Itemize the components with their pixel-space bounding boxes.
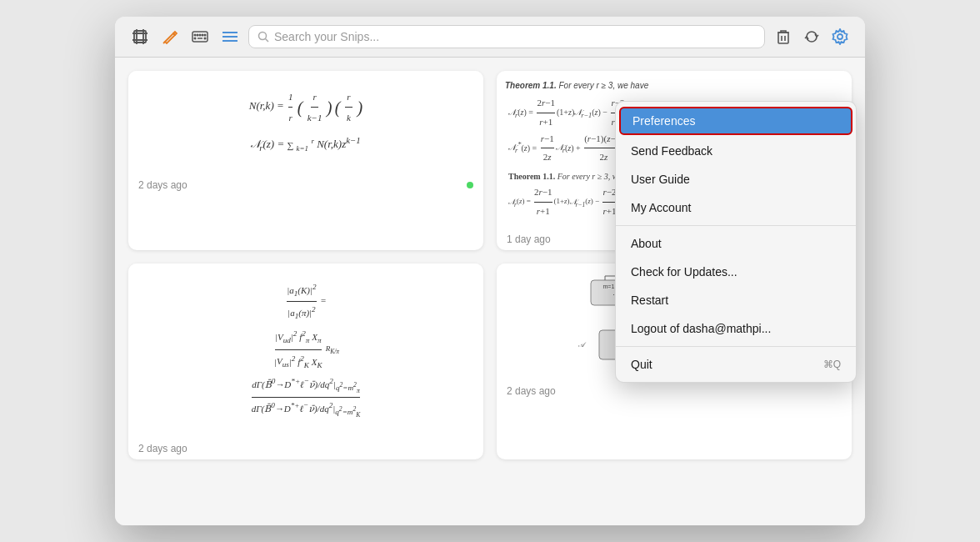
gear-icon[interactable] <box>828 25 852 48</box>
menu-label-check-updates: Check for Updates... <box>631 265 738 279</box>
menu-shortcut-quit: ⌘Q <box>823 359 841 370</box>
menu-label-user-guide: User Guide <box>631 173 690 186</box>
menu-item-logout[interactable]: Logout of dasha@mathpi... <box>616 314 856 343</box>
pen-icon[interactable] <box>158 25 182 48</box>
snip-age-1: 2 days ago <box>138 179 188 191</box>
crop-icon[interactable] <box>128 25 152 48</box>
svg-rect-6 <box>192 32 208 42</box>
menu-label-about: About <box>631 237 662 250</box>
lines-icon[interactable] <box>218 25 242 48</box>
snip-dot-1 <box>467 182 473 188</box>
svg-point-19 <box>259 33 267 40</box>
snip-meta-3: 2 days ago <box>128 438 483 459</box>
search-placeholder: Search your Snips... <box>274 30 379 43</box>
menu-separator-2 <box>616 346 856 347</box>
menu-label-my-account: My Account <box>631 201 691 214</box>
menu-separator-1 <box>616 225 856 226</box>
snip-card-3[interactable]: |a1(K)|2 |a1(π)|2 = |Vud|2 f2π Xπ |Vus|2… <box>128 263 483 459</box>
trash-icon[interactable] <box>772 25 795 48</box>
sync-icon[interactable] <box>800 25 823 48</box>
snip-card-1[interactable]: N(r,k) = 1 r ( r k−1 ) ( <box>128 71 483 250</box>
keyboard-icon[interactable] <box>188 25 212 48</box>
app-window: Search your Snips... <box>115 17 865 525</box>
svg-rect-21 <box>778 33 788 43</box>
snip-age-2: 1 day ago <box>507 233 551 245</box>
main-content: N(r,k) = 1 r ( r k−1 ) ( <box>115 58 865 525</box>
menu-label-restart: Restart <box>631 294 668 307</box>
menu-label-quit: Quit <box>631 358 652 371</box>
menu-item-my-account[interactable]: My Account <box>616 193 856 222</box>
menu-item-user-guide[interactable]: User Guide <box>616 165 856 193</box>
svg-point-8 <box>194 34 196 36</box>
menu-item-send-feedback[interactable]: Send Feedback <box>616 137 856 165</box>
menu-item-restart[interactable]: Restart <box>616 286 856 314</box>
svg-point-11 <box>202 34 203 36</box>
svg-point-12 <box>204 34 206 36</box>
menu-label-send-feedback: Send Feedback <box>631 144 712 158</box>
toolbar-right <box>772 25 852 48</box>
menu-item-check-updates[interactable]: Check for Updates... <box>616 258 856 286</box>
snip-age-4: 2 days ago <box>507 385 556 397</box>
snip-meta-4: 2 days ago <box>497 380 852 402</box>
toolbar: Search your Snips... <box>115 17 865 58</box>
menu-label-preferences: Preferences <box>632 114 695 128</box>
svg-point-24 <box>838 34 842 39</box>
snip-meta-1: 2 days ago <box>128 174 483 196</box>
menu-item-quit[interactable]: Quit ⌘Q <box>616 350 856 379</box>
menu-label-logout: Logout of dasha@mathpi... <box>631 322 771 335</box>
svg-text:𝒜: 𝒜 <box>578 341 587 349</box>
search-bar[interactable]: Search your Snips... <box>248 25 765 48</box>
svg-point-13 <box>194 38 196 39</box>
dropdown-menu: Preferences Send Feedback User Guide My … <box>615 101 857 383</box>
search-icon <box>258 31 269 43</box>
menu-item-preferences[interactable]: Preferences <box>619 107 852 135</box>
svg-point-15 <box>204 38 206 39</box>
snip-math-3: |a1(K)|2 |a1(π)|2 = |Vud|2 f2π Xπ |Vus|2… <box>128 263 483 438</box>
snip-math-1: N(r,k) = 1 r ( r k−1 ) ( <box>128 71 483 174</box>
svg-point-9 <box>197 34 198 36</box>
svg-line-5 <box>163 42 165 43</box>
snip-age-3: 2 days ago <box>138 443 188 454</box>
svg-line-20 <box>266 39 269 43</box>
menu-item-about[interactable]: About <box>616 229 856 258</box>
svg-point-10 <box>199 34 201 36</box>
